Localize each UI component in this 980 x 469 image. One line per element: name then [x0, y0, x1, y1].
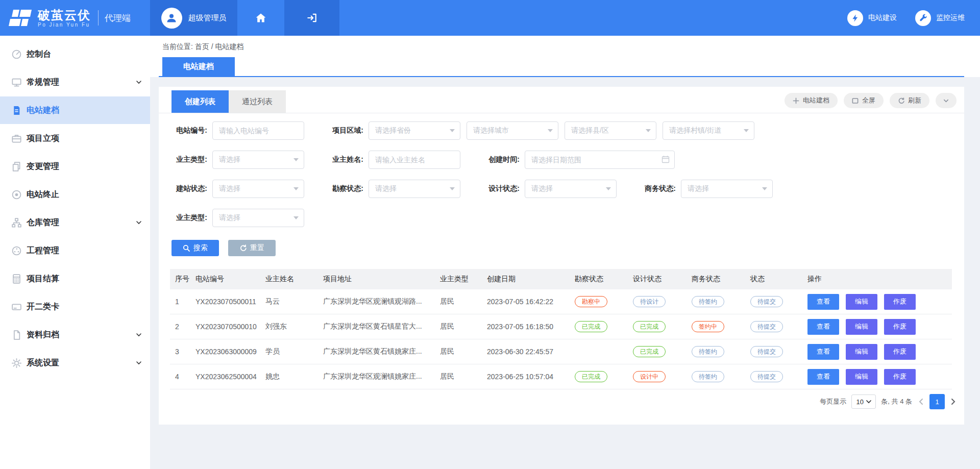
brand-portal-label: 代理端	[105, 12, 131, 24]
file-icon	[11, 330, 22, 340]
status-badge: 已完成	[633, 346, 666, 357]
owner-name-input[interactable]	[369, 151, 460, 169]
design-status-select[interactable]: 请选择	[525, 180, 617, 198]
add-station-button[interactable]: 电站建档	[785, 93, 838, 108]
per-page-select[interactable]: 10	[851, 394, 876, 409]
calculator-icon	[11, 274, 22, 284]
build-status-select[interactable]: 请选择	[212, 180, 304, 198]
edit-button[interactable]: 编辑	[846, 369, 877, 385]
sidebar-item-station-archive[interactable]: 电站建档	[0, 96, 150, 124]
sidebar-item-system-settings[interactable]: 系统设置	[0, 349, 150, 377]
void-button[interactable]: 作废	[884, 344, 916, 360]
sidebar-item-label: 工程管理	[27, 245, 59, 256]
caret-down-icon	[866, 400, 871, 404]
brand-logo-icon	[8, 8, 33, 28]
county-select[interactable]: 请选择县/区	[565, 121, 656, 140]
reset-button[interactable]: 重置	[228, 240, 276, 256]
sidebar-item-engineering-mgmt[interactable]: 工程管理	[0, 237, 150, 264]
search-button[interactable]: 搜索	[172, 240, 219, 256]
status-badge: 勘察中	[575, 296, 607, 307]
calendar-icon	[662, 155, 670, 163]
page-tab-station-archive[interactable]: 电站建档	[162, 57, 235, 76]
pagination: 每页显示 10 条, 共 4 条 1	[820, 394, 957, 409]
sidebar-item-change-mgmt[interactable]: 变更管理	[0, 153, 150, 180]
chevron-down-icon	[943, 97, 949, 104]
status-badge: 待提交	[750, 371, 783, 382]
view-button[interactable]: 查看	[807, 344, 839, 360]
void-button[interactable]: 作废	[884, 369, 916, 385]
sidebar-item-open-card[interactable]: 开二类卡	[0, 293, 150, 320]
caret-down-icon	[293, 216, 299, 219]
next-page-button[interactable]	[950, 397, 957, 406]
owner-type2-select[interactable]: 请选择	[212, 209, 304, 227]
logout-button[interactable]	[284, 0, 339, 36]
province-select[interactable]: 请选择省份	[369, 121, 460, 140]
survey-status-select[interactable]: 请选择	[369, 180, 460, 198]
page-header-strip: 当前位置: 首页 / 电站建档 电站建档	[150, 36, 980, 77]
plus-icon	[793, 97, 799, 104]
gear-icon	[11, 358, 22, 368]
brand-subtitle: Po Jian Yun Fu	[38, 22, 91, 28]
content-card: 创建列表 通过列表 电站建档 全屏 刷新 电站编号: 项目区域:	[159, 87, 964, 425]
survey-status-label: 勘察状态:	[328, 184, 363, 193]
col-header-design: 设计状态	[633, 275, 692, 284]
business-status-select[interactable]: 请选择	[681, 180, 773, 198]
nav-station-build[interactable]: 电站建设	[847, 10, 897, 26]
sidebar-item-label: 常规管理	[27, 77, 59, 88]
edit-button[interactable]: 编辑	[846, 344, 877, 360]
edit-button[interactable]: 编辑	[846, 294, 877, 310]
top-header: 破茧云伏 Po Jian Yun Fu 代理端 超级管理员	[0, 0, 980, 36]
sidebar-item-project-settlement[interactable]: 项目结算	[0, 265, 150, 292]
user-menu[interactable]: 超级管理员	[150, 0, 237, 36]
fullscreen-button[interactable]: 全屏	[844, 93, 884, 108]
prev-page-button[interactable]	[917, 397, 924, 406]
sidebar-item-warehouse-mgmt[interactable]: 仓库管理	[0, 209, 150, 236]
avatar	[161, 8, 182, 29]
owner-type2-label: 业主类型:	[172, 213, 207, 223]
caret-down-icon	[762, 187, 767, 190]
table-header-row: 序号 电站编号 业主姓名 项目地址 业主类型 创建日期 勘察状态 设计状态 商务…	[170, 269, 952, 289]
sidebar-item-project-initiation[interactable]: 项目立项	[0, 125, 150, 152]
page-number-button[interactable]: 1	[929, 394, 945, 409]
col-header-code: 电站编号	[195, 275, 265, 284]
station-no-input[interactable]	[212, 121, 304, 140]
view-button[interactable]: 查看	[807, 294, 839, 310]
sidebar-item-data-archive[interactable]: 资料归档	[0, 321, 150, 349]
chevron-left-icon	[918, 398, 923, 405]
tab-passed-list[interactable]: 通过列表	[229, 90, 286, 113]
monitor-icon	[11, 77, 22, 88]
col-header-business: 商务状态	[692, 275, 750, 284]
collapse-toolbar-button[interactable]	[936, 93, 957, 108]
village-select[interactable]: 请选择村镇/街道	[663, 121, 754, 140]
sidebar-item-general-mgmt[interactable]: 常规管理	[0, 68, 150, 96]
sidebar-item-console[interactable]: 控制台	[0, 40, 150, 68]
logout-icon	[306, 12, 317, 23]
nav-monitor-ops[interactable]: 监控运维	[915, 10, 965, 26]
view-button[interactable]: 查看	[807, 369, 839, 385]
header-spacer	[339, 0, 847, 36]
search-icon	[183, 244, 190, 252]
wrench-icon	[915, 10, 931, 26]
gauge-icon	[11, 49, 22, 60]
status-badge: 待提交	[750, 321, 783, 332]
refresh-label: 刷新	[908, 96, 921, 105]
view-button[interactable]: 查看	[807, 319, 839, 335]
void-button[interactable]: 作废	[884, 294, 916, 310]
home-button[interactable]	[237, 0, 284, 36]
status-badge: 已完成	[575, 371, 607, 382]
sidebar-item-station-terminate[interactable]: 电站终止	[0, 181, 150, 208]
city-select[interactable]: 请选择城市	[467, 121, 558, 140]
status-badge: 签约中	[692, 321, 724, 332]
status-badge: 待设计	[633, 296, 666, 307]
date-range-input[interactable]	[525, 151, 675, 169]
sidebar-item-label: 变更管理	[27, 161, 59, 172]
brand: 破茧云伏 Po Jian Yun Fu 代理端	[0, 0, 150, 36]
nav-monitor-ops-label: 监控运维	[936, 13, 965, 22]
void-button[interactable]: 作废	[884, 319, 916, 335]
owner-type-select[interactable]: 请选择	[212, 151, 304, 169]
breadcrumb-prefix: 当前位置:	[162, 42, 193, 51]
lightning-icon	[847, 10, 863, 26]
tab-create-list[interactable]: 创建列表	[172, 90, 229, 113]
edit-button[interactable]: 编辑	[846, 319, 877, 335]
refresh-button[interactable]: 刷新	[890, 93, 929, 108]
